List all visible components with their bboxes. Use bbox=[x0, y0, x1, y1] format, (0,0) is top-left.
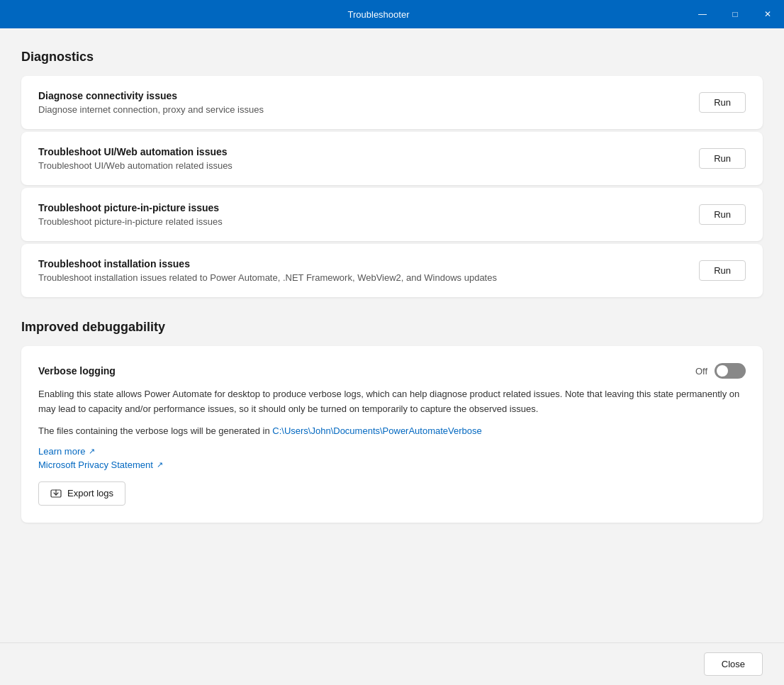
connectivity-card-title: Diagnose connectivity issues bbox=[38, 90, 685, 101]
minimize-button[interactable]: — bbox=[686, 0, 719, 28]
verbose-logging-description: Enabling this state allows Power Automat… bbox=[38, 387, 746, 417]
learn-more-label: Learn more bbox=[38, 446, 85, 457]
ui-automation-card-desc: Troubleshoot UI/Web automation related i… bbox=[38, 160, 685, 171]
path-prefix-text: The files containing the verbose logs wi… bbox=[38, 425, 272, 436]
ui-automation-card: Troubleshoot UI/Web automation issues Tr… bbox=[21, 132, 763, 185]
installation-card-title: Troubleshoot installation issues bbox=[38, 258, 685, 269]
connectivity-card-desc: Diagnose internet connection, proxy and … bbox=[38, 104, 685, 115]
ui-automation-card-title: Troubleshoot UI/Web automation issues bbox=[38, 146, 685, 157]
installation-run-button[interactable]: Run bbox=[699, 260, 746, 281]
toggle-label: Off bbox=[695, 366, 707, 377]
toggle-container: Off bbox=[695, 363, 746, 379]
pip-run-button[interactable]: Run bbox=[699, 204, 746, 225]
learn-more-external-icon: ↗ bbox=[89, 447, 95, 456]
ui-automation-run-button[interactable]: Run bbox=[699, 148, 746, 169]
verbose-logging-title: Verbose logging bbox=[38, 365, 116, 377]
footer: Close bbox=[0, 642, 784, 685]
privacy-statement-label: Microsoft Privacy Statement bbox=[38, 460, 153, 470]
export-logs-label: Export logs bbox=[67, 488, 113, 499]
export-logs-button[interactable]: Export logs bbox=[38, 481, 125, 506]
pip-card: Troubleshoot picture-in-picture issues T… bbox=[21, 188, 763, 241]
connectivity-card: Diagnose connectivity issues Diagnose in… bbox=[21, 76, 763, 129]
diagnostics-section-title: Diagnostics bbox=[21, 50, 763, 65]
verbose-logging-toggle[interactable] bbox=[715, 363, 746, 379]
learn-more-link[interactable]: Learn more ↗ bbox=[38, 446, 746, 457]
pip-card-desc: Troubleshoot picture-in-picture related … bbox=[38, 216, 685, 227]
privacy-external-icon: ↗ bbox=[157, 460, 163, 469]
window-controls: — □ ✕ bbox=[686, 0, 784, 28]
privacy-statement-link[interactable]: Microsoft Privacy Statement ↗ bbox=[38, 460, 746, 470]
verbose-logs-path-link[interactable]: C:\Users\John\Documents\PowerAutomateVer… bbox=[272, 425, 482, 436]
pip-card-text: Troubleshoot picture-in-picture issues T… bbox=[38, 202, 685, 227]
main-content: Diagnostics Diagnose connectivity issues… bbox=[0, 28, 784, 642]
installation-card-desc: Troubleshoot installation issues related… bbox=[38, 272, 685, 283]
verbose-logging-path: The files containing the verbose logs wi… bbox=[38, 425, 746, 436]
installation-card-text: Troubleshoot installation issues Trouble… bbox=[38, 258, 685, 283]
verbose-logging-header: Verbose logging Off bbox=[38, 363, 746, 379]
export-logs-icon bbox=[50, 488, 62, 499]
installation-card: Troubleshoot installation issues Trouble… bbox=[21, 244, 763, 297]
ui-automation-card-text: Troubleshoot UI/Web automation issues Tr… bbox=[38, 146, 685, 171]
window-close-button[interactable]: ✕ bbox=[751, 0, 784, 28]
maximize-button[interactable]: □ bbox=[719, 0, 751, 28]
close-button[interactable]: Close bbox=[704, 652, 763, 676]
debuggability-section-title: Improved debuggability bbox=[21, 320, 763, 335]
connectivity-card-text: Diagnose connectivity issues Diagnose in… bbox=[38, 90, 685, 115]
diagnostics-cards: Diagnose connectivity issues Diagnose in… bbox=[21, 76, 763, 297]
connectivity-run-button[interactable]: Run bbox=[699, 92, 746, 113]
verbose-logging-card: Verbose logging Off Enabling this state … bbox=[21, 346, 763, 523]
toggle-knob bbox=[717, 365, 728, 377]
pip-card-title: Troubleshoot picture-in-picture issues bbox=[38, 202, 685, 213]
title-bar: Troubleshooter — □ ✕ bbox=[0, 0, 784, 28]
window-title: Troubleshooter bbox=[0, 9, 686, 20]
